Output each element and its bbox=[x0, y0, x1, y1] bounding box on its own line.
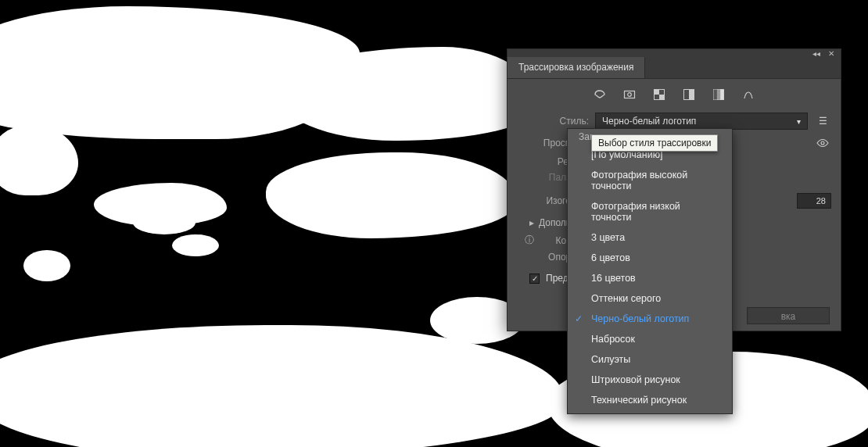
svg-rect-3 bbox=[655, 90, 660, 95]
dropdown-item-lineart[interactable]: Штриховой рисунок bbox=[568, 370, 732, 390]
svg-rect-4 bbox=[659, 95, 665, 100]
style-tooltip: Выбор стиля трассировки bbox=[591, 134, 718, 152]
dropdown-item-photo-low[interactable]: Фотография низкой точности bbox=[568, 196, 732, 227]
panel-topbar: ◂◂ ✕ bbox=[508, 49, 841, 57]
dropdown-item-sketch[interactable]: Набросок bbox=[568, 329, 732, 349]
dropdown-item-bw-logo[interactable]: ✓Черно-белый логотип bbox=[568, 309, 732, 329]
svg-rect-6 bbox=[689, 90, 694, 100]
svg-rect-9 bbox=[717, 90, 720, 100]
panel-close-icon[interactable]: ✕ bbox=[828, 49, 834, 58]
preset-shades-icon[interactable] bbox=[651, 87, 667, 102]
eye-icon[interactable] bbox=[814, 134, 831, 152]
dropdown-item-16colors[interactable]: 16 цветов bbox=[568, 268, 732, 288]
preset-auto-icon[interactable] bbox=[592, 87, 608, 102]
style-select-value: Черно-белый логотип bbox=[602, 116, 696, 127]
svg-point-11 bbox=[821, 141, 824, 145]
panel-menu-icon[interactable]: ☰ bbox=[814, 113, 831, 130]
preset-halves-icon[interactable] bbox=[681, 87, 697, 102]
dropdown-item-photo-high[interactable]: Фотография высокой точности bbox=[568, 165, 732, 196]
trace-button[interactable]: вка bbox=[747, 307, 830, 324]
tab-image-trace[interactable]: Трассировка изображения bbox=[508, 57, 645, 78]
svg-rect-0 bbox=[625, 91, 635, 98]
threshold-value[interactable]: 28 bbox=[797, 193, 831, 209]
chevron-down-icon: ▾ bbox=[797, 117, 801, 126]
preset-photo-icon[interactable] bbox=[622, 87, 637, 102]
dropdown-item-label: Черно-белый логотип bbox=[591, 313, 689, 324]
svg-rect-8 bbox=[714, 90, 717, 100]
triangle-right-icon: ▸ bbox=[529, 217, 534, 228]
dropdown-item-silhouettes[interactable]: Силуэты bbox=[568, 349, 732, 370]
dropdown-item-technical[interactable]: Технический рисунок bbox=[568, 390, 732, 410]
check-icon: ✓ bbox=[575, 313, 583, 324]
dropdown-item-6colors[interactable]: 6 цветов bbox=[568, 248, 732, 268]
svg-point-1 bbox=[628, 93, 632, 97]
style-select[interactable]: Черно-белый логотип ▾ bbox=[595, 113, 808, 130]
style-dropdown: Зак [По умолчанию] Фотография высокой то… bbox=[567, 128, 733, 414]
preview-checkbox[interactable]: ✓ bbox=[529, 274, 540, 284]
panel-tabbar: Трассировка изображения bbox=[508, 57, 841, 79]
svg-rect-10 bbox=[720, 90, 723, 100]
panel-collapse-icon[interactable]: ◂◂ bbox=[812, 49, 820, 58]
preset-outline-icon[interactable] bbox=[741, 87, 756, 102]
info-icon: ⓘ bbox=[523, 234, 536, 247]
preset-gray-icon[interactable] bbox=[711, 87, 726, 102]
dropdown-item-3colors[interactable]: 3 цвета bbox=[568, 227, 732, 248]
dropdown-item-grayscale[interactable]: Оттенки серого bbox=[568, 288, 732, 309]
preset-icon-row bbox=[508, 79, 841, 110]
style-label: Стиль: bbox=[517, 116, 589, 127]
